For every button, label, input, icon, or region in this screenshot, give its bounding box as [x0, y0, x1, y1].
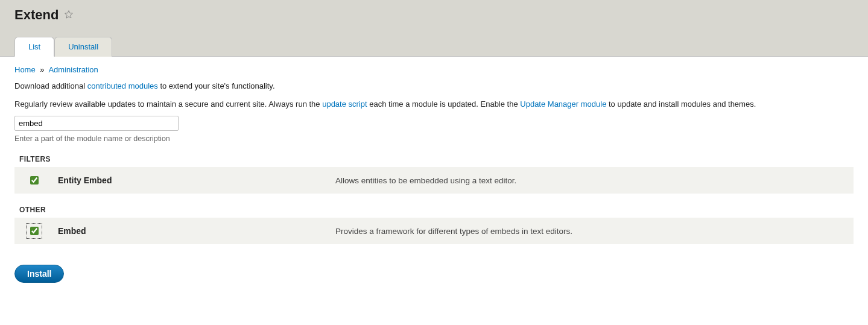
- checkbox-entity-embed[interactable]: [30, 176, 39, 185]
- help-text-1: Download additional contributed modules …: [14, 80, 854, 92]
- install-button[interactable]: Install: [14, 265, 64, 283]
- help2-mid: each time a module is updated. Enable th…: [367, 99, 521, 109]
- breadcrumb-separator: »: [40, 65, 44, 74]
- primary-tabs: List Uninstall: [14, 36, 854, 56]
- breadcrumb-home-link[interactable]: Home: [14, 65, 36, 74]
- module-desc-entity-embed: Allows entities to be embedded using a t…: [335, 176, 844, 185]
- checkbox-focus-ring: [28, 225, 40, 237]
- module-name-entity-embed[interactable]: Entity Embed: [58, 175, 335, 185]
- update-script-link[interactable]: update script: [322, 99, 367, 109]
- filter-description: Enter a part of the module name or descr…: [14, 134, 854, 143]
- tab-list[interactable]: List: [14, 37, 54, 57]
- tab-uninstall[interactable]: Uninstall: [54, 37, 112, 57]
- module-row-entity-embed: Entity Embed Allows entities to be embed…: [14, 167, 854, 194]
- module-row-embed: Embed Provides a framework for different…: [14, 218, 854, 244]
- header-region: Extend List Uninstall: [0, 0, 868, 57]
- favorite-star-icon[interactable]: [63, 9, 74, 22]
- checkbox-embed[interactable]: [30, 227, 39, 235]
- page-title-row: Extend: [14, 7, 854, 23]
- update-manager-link[interactable]: Update Manager module: [520, 99, 606, 109]
- breadcrumb: Home » Administration: [14, 65, 854, 74]
- breadcrumb-admin-link[interactable]: Administration: [48, 65, 98, 74]
- module-name-embed[interactable]: Embed: [58, 226, 335, 236]
- group-heading-other: OTHER: [19, 206, 854, 214]
- help2-post: to update and install modules and themes…: [606, 99, 756, 109]
- help1-post: to extend your site's functionality.: [158, 81, 275, 90]
- filter-wrapper: Enter a part of the module name or descr…: [14, 116, 854, 143]
- page-title: Extend: [14, 7, 59, 23]
- content-region: Home » Administration Download additiona…: [0, 57, 868, 301]
- module-filter-input[interactable]: [14, 116, 179, 131]
- help2-pre: Regularly review available updates to ma…: [14, 99, 322, 109]
- module-desc-embed: Provides a framework for different types…: [335, 227, 844, 236]
- contributed-modules-link[interactable]: contributed modules: [87, 81, 158, 90]
- help1-pre: Download additional: [14, 81, 87, 90]
- help-text-2: Regularly review available updates to ma…: [14, 98, 854, 110]
- group-heading-filters: FILTERS: [19, 155, 854, 163]
